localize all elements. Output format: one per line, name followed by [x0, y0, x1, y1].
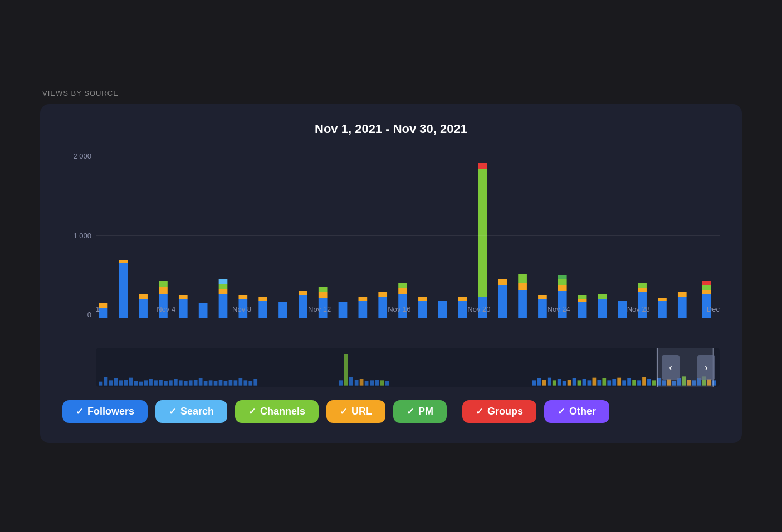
legend-url-button[interactable]: ✓ URL	[326, 400, 385, 423]
section-label: VIEWS BY SOURCE	[40, 89, 742, 97]
svg-rect-105	[355, 380, 359, 386]
svg-rect-116	[553, 380, 556, 385]
legend-followers-button[interactable]: ✓ Followers	[62, 400, 148, 423]
svg-rect-87	[184, 381, 188, 386]
svg-rect-115	[548, 378, 551, 386]
url-label: URL	[351, 406, 372, 417]
grid-line-top	[96, 152, 720, 152]
svg-rect-108	[370, 380, 374, 385]
svg-rect-114	[542, 380, 546, 386]
legend-groups-button[interactable]: ✓ Groups	[462, 400, 536, 423]
svg-rect-90	[199, 378, 203, 386]
grid-line-mid	[96, 235, 720, 236]
svg-rect-76	[129, 378, 133, 386]
svg-rect-101	[253, 379, 257, 386]
svg-rect-92	[209, 380, 213, 385]
svg-rect-120	[573, 378, 576, 386]
x-label-nov4: Nov 4	[157, 305, 175, 313]
svg-rect-78	[139, 382, 143, 386]
svg-rect-80	[149, 379, 153, 386]
y-axis: 2 000 1 000 0	[62, 152, 96, 319]
svg-rect-107	[365, 381, 369, 386]
svg-rect-124	[593, 378, 597, 386]
legend-channels-button[interactable]: ✓ Channels	[235, 400, 319, 423]
svg-rect-95	[224, 381, 228, 386]
svg-rect-79	[144, 380, 148, 385]
x-label-nov20: Nov 20	[467, 305, 490, 313]
x-label-nov12: Nov 12	[308, 305, 331, 313]
svg-rect-73	[114, 378, 118, 386]
x-label-dec: Dec	[707, 305, 720, 313]
svg-rect-128	[612, 379, 616, 386]
svg-rect-119	[568, 380, 571, 386]
x-label-nov8: Nov 8	[232, 305, 251, 313]
groups-label: Groups	[487, 406, 523, 417]
svg-rect-123	[588, 380, 592, 385]
svg-rect-93	[214, 381, 218, 386]
legend: ✓ Followers ✓ Search ✓ Channels ✓ URL ✓ …	[62, 400, 720, 423]
svg-rect-133	[637, 380, 641, 385]
groups-check-icon: ✓	[476, 406, 483, 417]
x-label-nov28: Nov 28	[627, 305, 650, 313]
x-axis: 1 Nov 4 Nov 8 Nov 12 Nov 16 Nov 20 Nov 2…	[96, 299, 720, 319]
y-label-1000: 1 000	[73, 231, 91, 240]
svg-rect-77	[134, 381, 138, 386]
svg-rect-102	[339, 380, 343, 385]
svg-rect-81	[154, 380, 158, 385]
svg-rect-135	[647, 379, 651, 386]
chart-title: Nov 1, 2021 - Nov 30, 2021	[62, 122, 720, 136]
x-label-nov24: Nov 24	[548, 305, 570, 313]
svg-rect-94	[219, 380, 223, 386]
grid-lines	[96, 152, 720, 319]
nav-prev-button[interactable]: ‹	[662, 355, 680, 380]
svg-rect-125	[597, 380, 601, 386]
other-label: Other	[569, 406, 596, 417]
svg-rect-88	[189, 380, 193, 385]
nav-next-button[interactable]: ›	[697, 355, 715, 380]
svg-rect-136	[652, 380, 656, 385]
legend-search-button[interactable]: ✓ Search	[155, 400, 227, 423]
svg-rect-84	[169, 380, 173, 385]
svg-rect-103	[344, 354, 348, 386]
svg-rect-122	[583, 379, 586, 386]
x-label-nov16: Nov 16	[388, 305, 410, 313]
svg-rect-99	[243, 380, 247, 385]
legend-other-button[interactable]: ✓ Other	[544, 400, 609, 423]
svg-rect-70	[99, 382, 103, 386]
svg-rect-132	[632, 380, 636, 386]
svg-rect-113	[537, 378, 541, 386]
followers-check-icon: ✓	[76, 406, 83, 417]
svg-rect-110	[380, 380, 384, 385]
followers-label: Followers	[87, 406, 134, 417]
svg-rect-130	[622, 380, 626, 385]
mini-chart-svg	[96, 348, 720, 387]
svg-rect-126	[602, 378, 606, 386]
svg-rect-117	[558, 379, 561, 386]
svg-rect-91	[204, 381, 208, 386]
main-container: VIEWS BY SOURCE Nov 1, 2021 - Nov 30, 20…	[40, 89, 742, 443]
svg-rect-112	[532, 380, 536, 385]
svg-rect-86	[179, 380, 183, 385]
svg-rect-118	[563, 381, 566, 386]
svg-rect-74	[119, 380, 123, 385]
chart-area: 2 000 1 000 0	[62, 152, 720, 341]
svg-rect-109	[375, 380, 379, 386]
legend-pm-button[interactable]: ✓ PM	[393, 400, 447, 423]
svg-rect-121	[578, 380, 581, 385]
pm-label: PM	[418, 406, 433, 417]
svg-rect-71	[104, 377, 108, 386]
svg-rect-127	[607, 380, 611, 385]
svg-rect-97	[234, 380, 238, 385]
svg-rect-131	[627, 378, 631, 386]
search-label: Search	[180, 406, 214, 417]
chart-card: Nov 1, 2021 - Nov 30, 2021 2 000 1 000 0	[40, 104, 742, 443]
x-label-1: 1	[96, 305, 100, 313]
other-check-icon: ✓	[558, 406, 565, 417]
y-label-2000: 2 000	[73, 152, 91, 160]
svg-rect-85	[174, 379, 178, 386]
svg-rect-96	[229, 380, 233, 386]
url-check-icon: ✓	[340, 406, 347, 417]
svg-rect-82	[159, 380, 163, 386]
svg-rect-111	[385, 381, 389, 386]
y-label-0: 0	[87, 311, 91, 319]
